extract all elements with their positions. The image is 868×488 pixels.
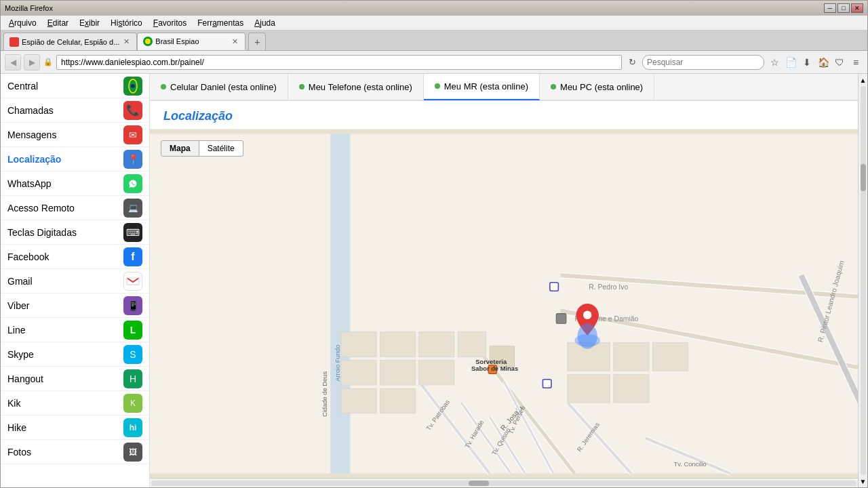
search-input[interactable] (642, 55, 764, 70)
scroll-up-button[interactable]: ▲ (859, 75, 868, 85)
reader-icon[interactable]: 📄 (783, 55, 798, 70)
title-bar-left: Mozilla Firefox (5, 4, 53, 12)
sidebar-label-acesso: Acesso Remoto (7, 203, 118, 214)
svg-rect-46 (568, 374, 610, 403)
teclas-icon: ⌨ (123, 223, 142, 242)
tab-espiao[interactable]: Espião de Celular, Espião d... ✕ (3, 33, 137, 50)
svg-text:Sorveteria: Sorveteria (475, 358, 507, 365)
status-dot-pc (551, 84, 556, 89)
tab-favicon-brasil (143, 37, 153, 46)
content-panel: Celular Daniel (esta online) Meu Telefon… (150, 74, 858, 487)
sidebar-item-skype[interactable]: Skype S (1, 342, 149, 367)
minimize-button[interactable]: ─ (824, 3, 836, 13)
new-tab-button[interactable]: + (248, 33, 266, 50)
sidebar-item-fotos[interactable]: Fotos 🖼 (1, 440, 149, 464)
sidebar-item-hike[interactable]: Hike hi (1, 415, 149, 440)
svg-rect-43 (458, 332, 486, 357)
scroll-down-button[interactable]: ▼ (859, 476, 868, 486)
menu-exibir[interactable]: Exibir (74, 17, 105, 29)
svg-rect-40 (380, 388, 415, 413)
svg-text:Tv. Concilio: Tv. Concilio (674, 460, 707, 468)
home-icon[interactable]: 🏠 (816, 55, 831, 70)
whatsapp-icon (123, 174, 142, 193)
browser-title: Mozilla Firefox (5, 4, 53, 12)
address-bar: ◀ ▶ 🔒 ↻ ☆ 📄 ⬇ 🏠 🛡 ≡ (1, 51, 867, 74)
menu-icon[interactable]: ≡ (848, 55, 863, 70)
sidebar-item-acesso[interactable]: Acesso Remoto 💻 (1, 196, 149, 220)
svg-rect-47 (614, 342, 649, 371)
localizacao-icon: 📍 (123, 150, 142, 169)
menu-historico[interactable]: Histórico (105, 17, 148, 29)
back-button[interactable]: ◀ (5, 54, 21, 70)
svg-rect-59 (550, 283, 559, 291)
menu-ajuda[interactable]: Ajuda (249, 17, 281, 29)
device-tab-celular[interactable]: Celular Daniel (esta online) (150, 74, 288, 100)
svg-text:Arroio Fundo: Arroio Fundo (334, 345, 341, 382)
browser-window: Mozilla Firefox ─ □ ✕ Arquivo Editar Exi… (0, 0, 868, 488)
sidebar-label-hangout: Hangout (7, 373, 118, 384)
tab-title-espiao: Espião de Celular, Espião d... (22, 38, 119, 46)
maximize-button[interactable]: □ (837, 3, 850, 13)
sidebar-item-viber[interactable]: Viber 📱 (1, 293, 149, 318)
menu-favoritos[interactable]: Favoritos (148, 17, 192, 29)
map-btn-mapa[interactable]: Mapa (161, 140, 199, 157)
main-content: Central Chamadas 📞 Mensagens ✉ Localizaç… (1, 74, 867, 487)
menu-arquivo[interactable]: Arquivo (3, 17, 42, 29)
device-tab-telefone[interactable]: Meu Telefone (esta online) (288, 74, 424, 100)
sidebar-item-gmail[interactable]: Gmail (1, 269, 149, 293)
tab-title-brasil: Brasil Espiao (155, 37, 228, 45)
svg-rect-42 (419, 361, 454, 386)
sidebar-item-facebook[interactable]: Facebook f (1, 245, 149, 269)
sidebar-label-line: Line (7, 325, 118, 336)
hangout-icon: H (123, 369, 142, 388)
sidebar-item-kik[interactable]: Kik K (1, 391, 149, 415)
sidebar-item-teclas[interactable]: Teclas Digitadas ⌨ (1, 220, 149, 245)
sidebar-item-whatsapp[interactable]: WhatsApp (1, 171, 149, 196)
svg-rect-58 (542, 380, 551, 388)
sidebar-item-chamadas[interactable]: Chamadas 📞 (1, 98, 149, 123)
scroll-v-track (861, 86, 866, 475)
mensagens-icon: ✉ (123, 125, 142, 144)
refresh-button[interactable]: ↻ (625, 55, 639, 70)
map-area[interactable]: Mapa Satélite (150, 129, 858, 478)
sidebar-item-localizacao[interactable]: Localização 📍 (1, 147, 149, 171)
tab-brasil[interactable]: Brasil Espiao ✕ (137, 33, 245, 50)
download-icon[interactable]: ⬇ (800, 55, 814, 70)
url-input[interactable] (56, 55, 622, 70)
device-tab-mr[interactable]: Meu MR (esta online) (424, 74, 540, 100)
forward-button[interactable]: ▶ (24, 54, 40, 70)
sidebar-label-facebook: Facebook (7, 251, 118, 262)
status-dot-celular (161, 84, 166, 89)
sidebar-item-mensagens[interactable]: Mensagens ✉ (1, 123, 149, 147)
device-tab-pc[interactable]: Meu PC (esta online) (540, 74, 654, 100)
tab-close-brasil[interactable]: ✕ (231, 37, 239, 46)
sidebar-label-hike: Hike (7, 422, 118, 433)
close-button[interactable]: ✕ (851, 3, 863, 13)
map-btn-satelite[interactable]: Satélite (199, 140, 243, 157)
title-bar: Mozilla Firefox ─ □ ✕ (1, 1, 867, 16)
gmail-icon (123, 272, 142, 291)
bookmark-icon[interactable]: ☆ (767, 55, 782, 70)
shield-icon[interactable]: 🛡 (832, 55, 847, 70)
window-controls: ─ □ ✕ (824, 3, 863, 13)
central-icon (123, 77, 142, 96)
sidebar-item-line[interactable]: Line L (1, 318, 149, 342)
tab-favicon-espiao (9, 37, 19, 47)
svg-rect-39 (380, 361, 415, 386)
line-icon: L (123, 321, 142, 340)
sidebar-label-viber: Viber (7, 300, 118, 311)
horizontal-scrollbar[interactable] (150, 478, 858, 487)
menu-ferramentas[interactable]: Ferramentas (192, 17, 249, 29)
scroll-v-thumb[interactable] (861, 164, 866, 191)
menu-bar: Arquivo Editar Exibir Histórico Favorito… (1, 16, 867, 30)
sidebar-label-fotos: Fotos (7, 447, 118, 458)
sidebar-label-localizacao: Localização (7, 154, 118, 165)
sidebar-item-hangout[interactable]: Hangout H (1, 367, 149, 391)
scroll-thumb[interactable] (469, 481, 489, 486)
menu-editar[interactable]: Editar (42, 17, 74, 29)
vertical-scrollbar[interactable]: ▲ ▼ (858, 74, 867, 487)
sidebar-item-central[interactable]: Central (1, 74, 149, 98)
device-tabs: Celular Daniel (esta online) Meu Telefon… (150, 74, 858, 101)
tab-close-espiao[interactable]: ✕ (122, 37, 131, 46)
svg-text:Sabor de Minas: Sabor de Minas (471, 365, 518, 372)
